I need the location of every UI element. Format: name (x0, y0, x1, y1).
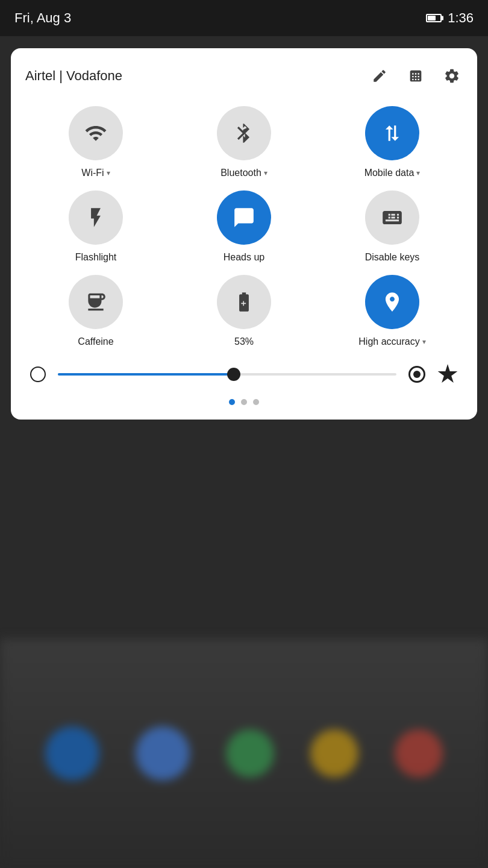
headsup-icon (233, 206, 255, 229)
edit-button[interactable] (369, 65, 390, 87)
tile-wifi-label: Wi-Fi ▾ (81, 168, 110, 178)
keyboard-icon (381, 206, 404, 229)
tile-disablekeys-label: Disable keys (365, 252, 420, 263)
tile-location-label: High accuracy ▾ (358, 336, 425, 347)
tile-mobiledata-label: Mobile data ▾ (364, 168, 421, 178)
tile-bluetooth[interactable]: Bluetooth ▾ (174, 106, 314, 178)
brightness-row (25, 364, 463, 385)
page-dot-0[interactable] (229, 399, 235, 405)
film-icon (407, 68, 424, 84)
tile-caffeine-label: Caffeine (78, 336, 113, 347)
page-dot-2[interactable] (253, 399, 259, 405)
status-bar: Fri, Aug 3 1:36 (0, 0, 488, 36)
wifi-icon (84, 122, 107, 145)
panel-header-icons (369, 65, 463, 87)
settings-icon (443, 68, 460, 84)
panel-header: Airtel | Vodafone (25, 65, 463, 87)
tile-flashlight[interactable]: Flashlight (25, 190, 166, 263)
tile-flashlight-circle (69, 190, 123, 245)
page-dot-1[interactable] (241, 399, 247, 405)
tile-location[interactable]: High accuracy ▾ (322, 275, 463, 347)
quick-settings-panel: Airtel | Vodafone (11, 48, 477, 420)
tile-mobiledata[interactable]: Mobile data ▾ (322, 106, 463, 178)
tile-headsup-circle (217, 190, 271, 245)
tile-battery[interactable]: 53% (174, 275, 314, 347)
settings-button[interactable] (441, 65, 463, 87)
page-indicator (25, 399, 463, 405)
brightness-auto-icon[interactable] (408, 366, 425, 383)
brightness-adaptive-icon[interactable] (437, 364, 458, 385)
tile-disablekeys[interactable]: Disable keys (322, 190, 463, 263)
status-date: Fri, Aug 3 (14, 10, 71, 26)
tile-battery-label: 53% (234, 336, 254, 347)
edit-icon (372, 68, 387, 84)
battery-saver-icon (233, 291, 255, 313)
tile-battery-circle (217, 275, 271, 329)
location-icon (381, 291, 404, 313)
tile-location-circle (365, 275, 419, 329)
brightness-slider[interactable] (58, 373, 396, 376)
tile-bluetooth-circle (217, 106, 271, 160)
tile-mobiledata-circle (365, 106, 419, 160)
tile-wifi[interactable]: Wi-Fi ▾ (25, 106, 166, 178)
tile-wifi-circle (69, 106, 123, 160)
carrier-label: Airtel | Vodafone (25, 68, 122, 84)
flashlight-icon (84, 206, 107, 229)
battery-icon (426, 14, 442, 22)
tile-headsup-label: Heads up (224, 252, 265, 263)
tickets-button[interactable] (405, 65, 427, 87)
tile-caffeine-circle (69, 275, 123, 329)
caffeine-icon (84, 291, 107, 313)
brightness-thumb[interactable] (227, 368, 240, 381)
status-right: 1:36 (426, 10, 474, 26)
mobiledata-icon (381, 122, 404, 145)
brightness-fill (58, 373, 234, 376)
tile-headsup[interactable]: Heads up (174, 190, 314, 263)
brightness-low-icon (30, 366, 46, 382)
tile-flashlight-label: Flashlight (75, 252, 116, 263)
status-time: 1:36 (448, 10, 474, 26)
tile-bluetooth-label: Bluetooth ▾ (221, 168, 267, 178)
background-blur (0, 639, 488, 868)
tiles-grid: Wi-Fi ▾ Bluetooth ▾ Mo (25, 106, 463, 347)
tile-disablekeys-circle (365, 190, 419, 245)
tile-caffeine[interactable]: Caffeine (25, 275, 166, 347)
bluetooth-icon (233, 122, 255, 145)
